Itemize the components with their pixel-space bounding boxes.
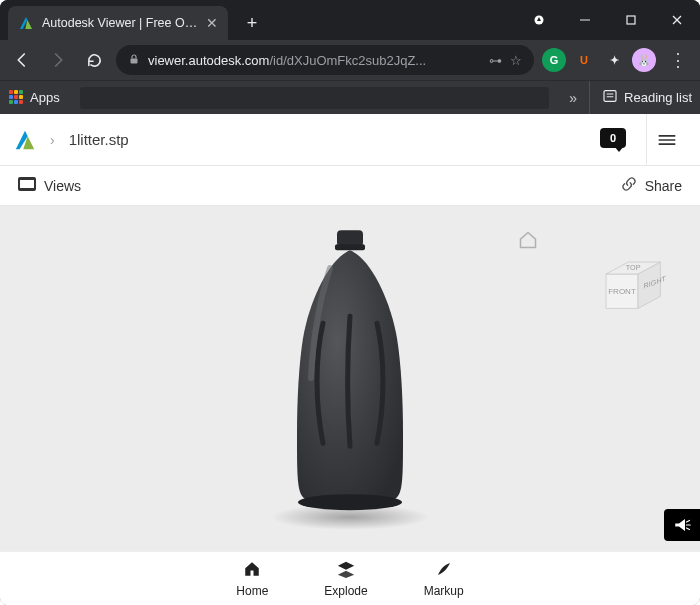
comments-button[interactable]: 0 <box>598 128 628 152</box>
share-button[interactable]: Share <box>621 176 682 195</box>
tool-markup-label: Markup <box>424 584 464 598</box>
reading-list-label: Reading list <box>624 90 692 105</box>
forward-button[interactable] <box>44 46 72 74</box>
views-button[interactable]: Views <box>18 177 81 194</box>
autodesk-favicon <box>18 15 34 31</box>
svg-rect-5 <box>131 58 138 63</box>
viewer-canvas[interactable]: FRONT RIGHT TOP <box>0 206 700 551</box>
home-icon <box>242 560 262 581</box>
profile-avatar-icon[interactable]: 🐰 <box>632 48 656 72</box>
model-bottle[interactable] <box>275 228 425 518</box>
autodesk-logo-icon[interactable] <box>14 129 36 151</box>
bookmarks-overflow-button[interactable]: » <box>569 90 577 106</box>
key-icon[interactable]: ⊶ <box>489 53 502 68</box>
close-tab-icon[interactable]: ✕ <box>206 15 218 31</box>
maximize-button[interactable] <box>608 0 654 40</box>
svg-text:FRONT: FRONT <box>608 287 636 296</box>
svg-rect-2 <box>627 16 635 24</box>
extension-u-icon[interactable]: U <box>572 48 596 72</box>
file-name[interactable]: 1litter.stp <box>69 131 129 148</box>
feedback-button[interactable] <box>664 509 700 541</box>
markup-icon <box>434 560 454 581</box>
svg-rect-6 <box>604 91 616 102</box>
apps-label: Apps <box>30 90 60 105</box>
tool-explode-label: Explode <box>324 584 367 598</box>
lock-icon <box>128 53 140 68</box>
svg-rect-14 <box>337 230 363 246</box>
minimize-button[interactable] <box>562 0 608 40</box>
reload-button[interactable] <box>80 46 108 74</box>
new-tab-button[interactable]: + <box>238 9 266 37</box>
url-text: viewer.autodesk.com/id/dXJuOmFkc2sub2JqZ… <box>148 53 481 68</box>
breadcrumb-chevron-icon: › <box>50 132 55 148</box>
svg-rect-13 <box>20 180 34 188</box>
svg-point-16 <box>298 494 402 510</box>
bottom-toolbar: Home Explode Markup <box>0 551 700 605</box>
bookmarks-placeholder <box>80 87 550 109</box>
tool-markup[interactable]: Markup <box>424 560 464 598</box>
view-cube[interactable]: FRONT RIGHT TOP <box>590 246 670 326</box>
comments-count: 0 <box>610 132 616 144</box>
svg-marker-24 <box>338 570 354 577</box>
apps-grid-icon <box>8 90 24 106</box>
home-view-icon[interactable] <box>518 230 538 254</box>
browser-tab[interactable]: Autodesk Viewer | Free Online Fil ✕ <box>8 6 228 40</box>
star-icon[interactable]: ☆ <box>510 53 522 68</box>
reading-list-button[interactable]: Reading list <box>589 81 692 114</box>
share-icon <box>621 176 637 195</box>
toolbar: viewer.autodesk.com/id/dXJuOmFkc2sub2JqZ… <box>0 40 700 80</box>
svg-rect-15 <box>335 244 365 250</box>
app-header: › 1litter.stp 0 <box>0 114 700 166</box>
window-root: Autodesk Viewer | Free Online Fil ✕ + vi… <box>0 0 700 605</box>
svg-marker-23 <box>338 561 354 569</box>
extension-grammarly-icon[interactable]: G <box>542 48 566 72</box>
extensions-puzzle-icon[interactable]: ✦ <box>602 48 626 72</box>
tool-home[interactable]: Home <box>236 560 268 598</box>
share-label: Share <box>645 178 682 194</box>
address-bar[interactable]: viewer.autodesk.com/id/dXJuOmFkc2sub2JqZ… <box>116 45 534 75</box>
explode-icon <box>336 560 356 581</box>
extensions-group: G U ✦ 🐰 <box>542 48 656 72</box>
page-content: › 1litter.stp 0 Views Share <box>0 114 700 605</box>
app-menu-button[interactable] <box>646 114 686 166</box>
back-button[interactable] <box>8 46 36 74</box>
tool-explode[interactable]: Explode <box>324 560 367 598</box>
window-controls <box>516 0 700 40</box>
bookmarks-bar: Apps » Reading list <box>0 80 700 114</box>
apps-button[interactable]: Apps <box>8 90 60 106</box>
tab-title: Autodesk Viewer | Free Online Fil <box>42 16 198 30</box>
tool-home-label: Home <box>236 584 268 598</box>
views-label: Views <box>44 178 81 194</box>
sub-header: Views Share <box>0 166 700 206</box>
titlebar: Autodesk Viewer | Free Online Fil ✕ + <box>0 0 700 40</box>
close-window-button[interactable] <box>654 0 700 40</box>
account-circle-icon[interactable] <box>516 0 562 40</box>
browser-menu-button[interactable]: ⋮ <box>664 49 692 71</box>
reading-list-icon <box>602 88 618 107</box>
svg-text:TOP: TOP <box>626 263 641 272</box>
views-icon <box>18 177 36 194</box>
